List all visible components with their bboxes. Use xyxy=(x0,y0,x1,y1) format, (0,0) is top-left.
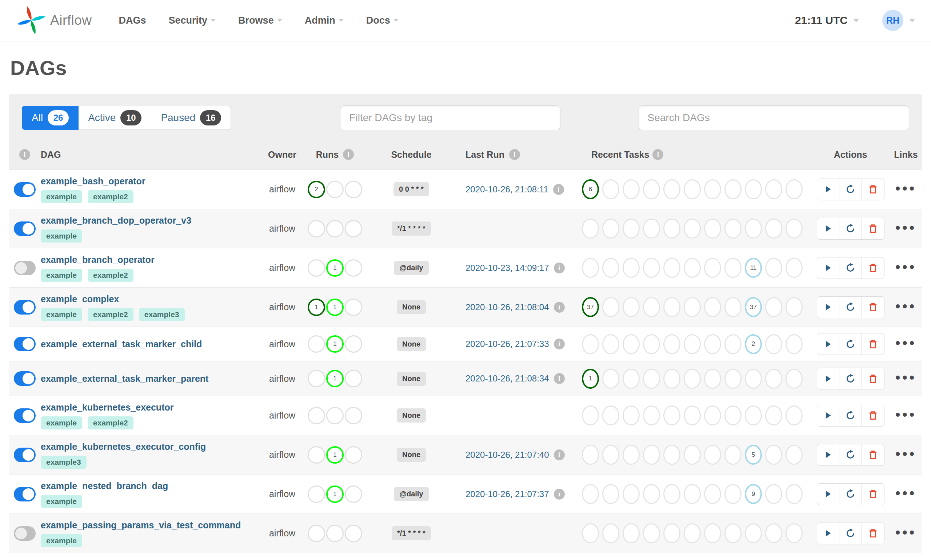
refresh-dag-button[interactable] xyxy=(839,444,862,466)
tag-filter-input[interactable] xyxy=(340,105,560,130)
dag-pause-toggle[interactable] xyxy=(14,337,35,351)
links-menu[interactable]: ••• xyxy=(896,339,916,349)
refresh-dag-button[interactable] xyxy=(839,218,862,240)
recent-task-circle[interactable] xyxy=(725,334,742,354)
airflow-logo[interactable]: Airflow xyxy=(16,5,92,35)
recent-task-circle[interactable] xyxy=(745,179,762,199)
recent-task-circle[interactable]: 9 xyxy=(745,484,762,504)
recent-task-circle[interactable] xyxy=(786,405,803,425)
recent-task-circle[interactable] xyxy=(704,484,721,504)
recent-task-circle[interactable] xyxy=(643,297,660,317)
recent-task-circle[interactable] xyxy=(663,218,680,238)
recent-task-circle[interactable] xyxy=(704,445,721,465)
run-circle-success[interactable] xyxy=(308,259,325,277)
dag-tag[interactable]: example xyxy=(41,308,82,321)
recent-task-circle[interactable]: 37 xyxy=(582,297,599,317)
run-circle-running[interactable]: 1 xyxy=(326,485,344,503)
dag-tag[interactable]: example xyxy=(41,229,82,243)
run-circle-running[interactable] xyxy=(326,220,344,237)
run-circle-success[interactable] xyxy=(308,335,325,353)
run-circle-failed[interactable] xyxy=(345,370,362,387)
recent-task-circle[interactable] xyxy=(663,405,680,425)
run-circle-success[interactable] xyxy=(308,525,325,542)
recent-task-circle[interactable] xyxy=(725,218,742,238)
run-circle-success[interactable]: 1 xyxy=(308,298,325,316)
menu-item-admin[interactable]: Admin xyxy=(305,15,344,26)
dag-tag[interactable]: example xyxy=(41,495,82,508)
delete-dag-button[interactable] xyxy=(862,178,885,200)
tab-all[interactable]: All 26 xyxy=(22,106,78,130)
trigger-dag-button[interactable] xyxy=(817,178,839,200)
dag-pause-toggle[interactable] xyxy=(14,526,35,541)
trigger-dag-button[interactable] xyxy=(817,368,839,389)
dag-tag[interactable]: example xyxy=(41,534,82,547)
run-circle-success[interactable] xyxy=(308,407,325,425)
dag-link[interactable]: example_complex xyxy=(41,294,260,305)
dag-tag[interactable]: example2 xyxy=(88,269,134,282)
recent-task-circle[interactable] xyxy=(602,297,619,317)
recent-task-circle[interactable] xyxy=(704,258,721,278)
recent-task-circle[interactable] xyxy=(745,218,762,238)
run-circle-failed[interactable] xyxy=(345,259,362,277)
dag-link[interactable]: example_nested_branch_dag xyxy=(41,480,260,491)
run-circle-failed[interactable] xyxy=(345,485,362,503)
recent-task-circle[interactable] xyxy=(582,523,599,543)
run-circle-running[interactable]: 1 xyxy=(326,335,344,353)
delete-dag-button[interactable] xyxy=(862,368,885,389)
recent-task-circle[interactable] xyxy=(643,179,660,199)
recent-task-circle[interactable] xyxy=(663,523,680,543)
recent-task-circle[interactable] xyxy=(623,297,640,317)
trigger-dag-button[interactable] xyxy=(817,333,839,355)
user-menu[interactable]: RH xyxy=(882,10,915,31)
dag-tag[interactable]: example xyxy=(41,416,82,429)
recent-task-circle[interactable] xyxy=(786,218,803,238)
refresh-dag-button[interactable] xyxy=(839,483,862,505)
recent-task-circle[interactable] xyxy=(745,405,762,425)
recent-task-circle[interactable] xyxy=(765,445,782,465)
dag-pause-toggle[interactable] xyxy=(14,300,35,315)
run-circle-running[interactable]: 1 xyxy=(326,446,344,464)
links-menu[interactable]: ••• xyxy=(896,303,916,312)
recent-task-circle[interactable] xyxy=(786,258,803,278)
recent-task-circle[interactable] xyxy=(623,445,640,465)
refresh-dag-button[interactable] xyxy=(839,257,862,279)
last-run-link[interactable]: 2020-10-26, 21:08:11 xyxy=(466,185,548,195)
last-run-link[interactable]: 2020-10-26, 21:07:40 xyxy=(466,450,549,460)
recent-task-circle[interactable] xyxy=(602,258,619,278)
dag-pause-toggle[interactable] xyxy=(14,371,35,386)
recent-task-circle[interactable] xyxy=(786,445,803,465)
recent-task-circle[interactable] xyxy=(602,179,619,199)
recent-task-circle[interactable] xyxy=(725,484,742,504)
delete-dag-button[interactable] xyxy=(862,405,885,426)
recent-task-circle[interactable] xyxy=(745,369,762,389)
recent-task-circle[interactable] xyxy=(765,523,782,543)
recent-task-circle[interactable] xyxy=(623,179,640,199)
trigger-dag-button[interactable] xyxy=(817,405,839,426)
recent-task-circle[interactable] xyxy=(684,258,701,278)
recent-task-circle[interactable] xyxy=(684,218,701,238)
run-circle-running[interactable] xyxy=(326,525,344,542)
recent-task-circle[interactable] xyxy=(623,334,640,354)
dag-tag[interactable]: example3 xyxy=(41,455,86,469)
recent-task-circle[interactable] xyxy=(663,334,680,354)
run-circle-failed[interactable] xyxy=(345,407,362,425)
recent-task-circle[interactable] xyxy=(643,258,660,278)
recent-task-circle[interactable]: 11 xyxy=(745,258,762,278)
links-menu[interactable]: ••• xyxy=(896,529,916,538)
recent-task-circle[interactable] xyxy=(765,218,782,238)
dag-tag[interactable]: example2 xyxy=(88,190,134,203)
run-circle-failed[interactable] xyxy=(345,446,362,464)
recent-task-circle[interactable] xyxy=(582,218,599,238)
delete-dag-button[interactable] xyxy=(862,218,885,240)
run-circle-success[interactable] xyxy=(308,370,325,387)
delete-dag-button[interactable] xyxy=(862,444,885,466)
trigger-dag-button[interactable] xyxy=(817,523,839,545)
dag-pause-toggle[interactable] xyxy=(14,222,35,236)
run-circle-running[interactable]: 1 xyxy=(326,298,344,316)
recent-task-circle[interactable] xyxy=(643,445,660,465)
last-run-link[interactable]: 2020-10-26, 21:08:34 xyxy=(466,374,549,384)
dag-link[interactable]: example_kubernetes_executor xyxy=(41,402,260,413)
recent-task-circle[interactable] xyxy=(663,297,680,317)
recent-task-circle[interactable] xyxy=(643,523,660,543)
trigger-dag-button[interactable] xyxy=(817,444,839,466)
